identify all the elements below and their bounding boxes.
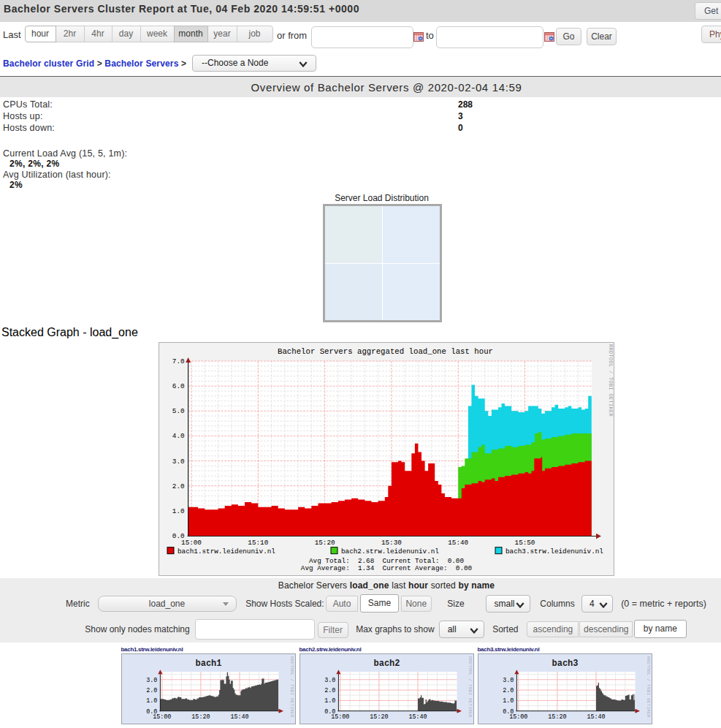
svg-text:bach2: bach2 bbox=[373, 659, 400, 669]
svg-text:15:40: 15:40 bbox=[230, 713, 248, 721]
svg-text:2.0: 2.0 bbox=[503, 687, 514, 694]
svg-text:Avg Average: 1.34 Current Av: Avg Average: 1.34 Current Average: 0.00 bbox=[301, 564, 472, 572]
svg-text:4.0: 4.0 bbox=[172, 432, 185, 440]
svg-text:bach2.strw.leidenuniv.nl: bach2.strw.leidenuniv.nl bbox=[341, 547, 439, 556]
svg-text:3.0: 3.0 bbox=[172, 458, 185, 466]
svg-text:RRDTOOL / TOBI OETIKER: RRDTOOL / TOBI OETIKER bbox=[645, 656, 650, 718]
svg-text:15:40: 15:40 bbox=[448, 539, 468, 547]
svg-text:15:20: 15:20 bbox=[370, 713, 388, 721]
svg-text:2.0: 2.0 bbox=[146, 687, 157, 694]
svg-text:15:10: 15:10 bbox=[248, 539, 268, 547]
svg-text:bach3: bach3 bbox=[552, 659, 578, 669]
svg-text:RRDTOOL / TOBI OETIKER: RRDTOOL / TOBI OETIKER bbox=[467, 656, 472, 718]
svg-text:bach1: bach1 bbox=[195, 659, 221, 669]
svg-text:RRDTOOL / TOBI OETIKER: RRDTOOL / TOBI OETIKER bbox=[608, 344, 614, 417]
svg-text:15:00: 15:00 bbox=[331, 713, 349, 721]
svg-text:15:20: 15:20 bbox=[191, 713, 210, 721]
svg-text:15:20: 15:20 bbox=[548, 713, 566, 721]
svg-text:1.0: 1.0 bbox=[324, 697, 335, 705]
svg-text:3.0: 3.0 bbox=[503, 677, 514, 684]
svg-text:2.0: 2.0 bbox=[172, 482, 185, 490]
svg-text:15:20: 15:20 bbox=[315, 539, 335, 547]
svg-text:Bachelor Servers aggregated lo: Bachelor Servers aggregated load_one las… bbox=[278, 347, 493, 356]
svg-text:15:30: 15:30 bbox=[381, 539, 402, 547]
svg-text:bach1.strw.leidenuniv.nl: bach1.strw.leidenuniv.nl bbox=[178, 547, 275, 556]
svg-text:15:00: 15:00 bbox=[509, 713, 527, 721]
svg-text:1.0: 1.0 bbox=[172, 507, 185, 515]
svg-text:7.0: 7.0 bbox=[172, 357, 185, 365]
svg-text:1.0: 1.0 bbox=[503, 697, 514, 705]
svg-text:bach3.strw.leidenuniv.nl: bach3.strw.leidenuniv.nl bbox=[506, 547, 603, 556]
svg-text:3.0: 3.0 bbox=[146, 677, 157, 684]
svg-text:15:00: 15:00 bbox=[153, 713, 171, 721]
svg-text:15:40: 15:40 bbox=[408, 713, 427, 721]
svg-text:15:00: 15:00 bbox=[181, 539, 202, 547]
svg-text:5.0: 5.0 bbox=[172, 407, 185, 415]
svg-text:2.0: 2.0 bbox=[324, 687, 335, 694]
svg-text:RRDTOOL / TOBI OETIKER: RRDTOOL / TOBI OETIKER bbox=[289, 656, 294, 718]
svg-text:6.0: 6.0 bbox=[172, 382, 185, 390]
svg-text:3.0: 3.0 bbox=[324, 677, 335, 684]
svg-text:15:50: 15:50 bbox=[515, 539, 535, 547]
svg-text:15:40: 15:40 bbox=[587, 713, 605, 721]
svg-text:1.0: 1.0 bbox=[146, 697, 157, 705]
